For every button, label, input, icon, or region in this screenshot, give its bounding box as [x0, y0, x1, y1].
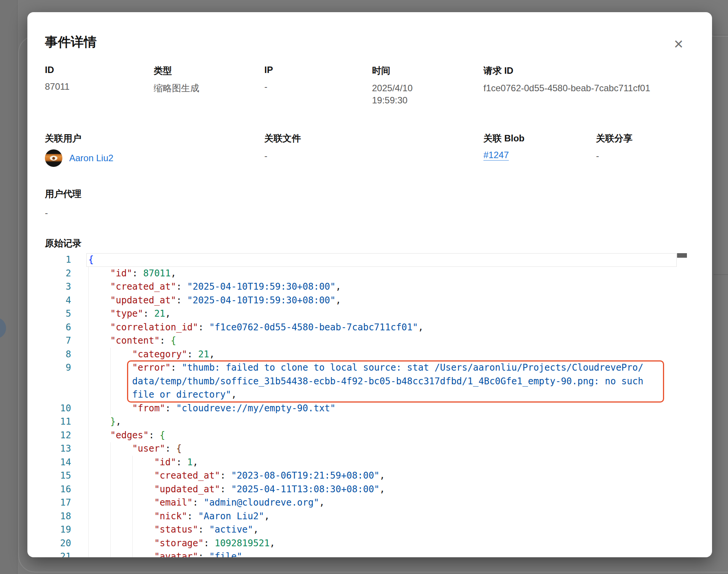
indent-guide — [132, 523, 133, 537]
related-blob-link[interactable]: #1247 — [483, 150, 509, 160]
code-line: 18 "nick": "Aaron Liu2", — [45, 510, 689, 523]
line-number: 18 — [45, 510, 71, 523]
indent-guide — [132, 483, 133, 496]
indent-guide — [88, 469, 89, 483]
code-content: "id": 87011, — [88, 267, 689, 281]
field-related-blob: 关联 Blob #1247 — [483, 132, 596, 167]
field-value: 87011 — [45, 81, 154, 93]
indent-guide — [88, 537, 89, 550]
code-content: file or directory", — [88, 388, 689, 402]
line-number: 14 — [45, 456, 71, 469]
indent-guide — [110, 361, 111, 375]
line-number: 3 — [45, 280, 71, 294]
code-line: 11 }, — [45, 415, 689, 429]
field-value: 2025/4/10 19:59:30 — [372, 82, 433, 106]
line-number: 5 — [45, 307, 71, 321]
code-line: 7 "content": { — [45, 334, 689, 348]
event-detail-dialog: 事件详情 × ID 87011 类型 缩略图生成 IP - 时间 2025/4/… — [27, 12, 712, 557]
code-content: }, — [88, 415, 689, 429]
code-line: 9 "error": "thumb: failed to clone to lo… — [45, 361, 689, 375]
code-content: "id": 1, — [88, 456, 689, 469]
code-content: "created_at": "2023-08-06T19:21:59+08:00… — [88, 469, 689, 483]
indent-guide — [132, 469, 133, 483]
meta-row-1: ID 87011 类型 缩略图生成 IP - 时间 2025/4/10 19:5… — [45, 65, 695, 106]
code-line: 19 "status": "active", — [45, 523, 689, 537]
indent-guide — [132, 510, 133, 523]
field-label: 关联 Blob — [483, 132, 596, 144]
field-value: - — [264, 150, 483, 162]
meta-row-2: 关联用户 Aaron Liu2 关联文件 - 关联 Blob #1247 关联分… — [45, 132, 695, 167]
related-user-link[interactable]: Aaron Liu2 — [69, 153, 113, 163]
code-line: 6 "correlation_id": "f1ce0762-0d55-4580-… — [45, 321, 689, 335]
code-line: 21 "avatar": "file", — [45, 550, 689, 557]
avatar-emblem-icon — [50, 156, 57, 161]
line-number: 4 — [45, 294, 71, 308]
code-line: data/temp/thumb/soffice_31b54438-ecbb-4f… — [45, 375, 689, 388]
indent-guide — [88, 375, 89, 388]
field-label: 时间 — [372, 65, 483, 77]
indent-guide — [110, 537, 111, 550]
close-icon: × — [674, 36, 683, 52]
line-number: 16 — [45, 483, 71, 496]
indent-guide — [88, 388, 89, 402]
close-button[interactable]: × — [670, 36, 687, 52]
line-number: 1 — [45, 253, 71, 267]
code-content: "error": "thumb: failed to clone to loca… — [88, 361, 689, 375]
code-content: "user": { — [88, 442, 689, 456]
line-number: 7 — [45, 334, 71, 348]
indent-guide — [110, 510, 111, 523]
field-value: - — [264, 81, 372, 93]
indent-guide — [88, 429, 89, 442]
indent-guide — [88, 334, 89, 348]
raw-log-section-label: 原始记录 — [45, 237, 81, 249]
background-row-line — [714, 35, 728, 35]
indent-guide — [88, 321, 89, 335]
raw-log-code-editor[interactable]: 1{2 "id": 87011,3 "created_at": "2025-04… — [45, 252, 689, 557]
line-number — [45, 388, 71, 402]
indent-guide — [132, 456, 133, 469]
code-line: 3 "created_at": "2025-04-10T19:59:30+08:… — [45, 280, 689, 294]
code-content: "email": "admin@cloudreve.org", — [88, 496, 689, 510]
indent-guide — [110, 442, 111, 456]
field-ip: IP - — [264, 65, 372, 106]
code-content: "category": 21, — [88, 348, 689, 362]
indent-guide — [88, 442, 89, 456]
code-content: "edges": { — [88, 429, 689, 442]
indent-guide — [110, 523, 111, 537]
indent-guide — [110, 388, 111, 402]
field-time: 时间 2025/4/10 19:59:30 — [372, 65, 483, 106]
line-number: 2 — [45, 267, 71, 281]
indent-guide — [110, 469, 111, 483]
indent-guide — [132, 537, 133, 550]
indent-guide — [88, 307, 89, 321]
field-value: f1ce0762-0d55-4580-beab-7cabc711cf01 — [483, 82, 695, 94]
field-label: 关联文件 — [264, 132, 483, 144]
line-number: 15 — [45, 469, 71, 483]
field-label: 类型 — [154, 65, 264, 77]
field-label: 原始记录 — [45, 237, 81, 249]
field-value: 缩略图生成 — [154, 82, 264, 94]
indent-guide — [110, 483, 111, 496]
field-label: 关联用户 — [45, 132, 264, 144]
field-related-user: 关联用户 Aaron Liu2 — [45, 132, 264, 167]
indent-guide — [88, 348, 89, 362]
line-number: 9 — [45, 361, 71, 375]
indent-guide — [110, 456, 111, 469]
field-type: 类型 缩略图生成 — [154, 65, 264, 106]
field-value: - — [596, 150, 695, 162]
code-line: 13 "user": { — [45, 442, 689, 456]
line-number: 11 — [45, 415, 71, 429]
code-line: 2 "id": 87011, — [45, 267, 689, 281]
field-related-file: 关联文件 - — [264, 132, 483, 167]
code-line: 17 "email": "admin@cloudreve.org", — [45, 496, 689, 510]
code-content: data/temp/thumb/soffice_31b54438-ecbb-4f… — [88, 375, 689, 388]
line-number: 17 — [45, 496, 71, 510]
indent-guide — [110, 550, 111, 557]
code-line: 5 "type": 21, — [45, 307, 689, 321]
indent-guide — [88, 267, 89, 281]
code-line: 12 "edges": { — [45, 429, 689, 442]
avatar[interactable] — [45, 149, 62, 167]
field-label: 用户代理 — [45, 188, 81, 200]
indent-guide — [88, 294, 89, 308]
line-number: 10 — [45, 402, 71, 415]
